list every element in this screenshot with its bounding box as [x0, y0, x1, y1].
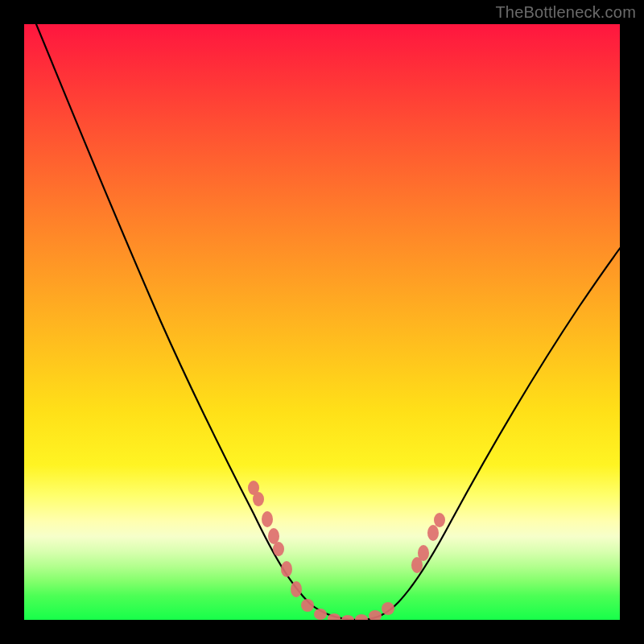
svg-point-15 [418, 545, 429, 561]
svg-point-5 [281, 561, 292, 577]
svg-point-11 [355, 614, 368, 620]
svg-point-4 [273, 542, 284, 556]
svg-point-13 [382, 602, 394, 615]
svg-point-17 [434, 513, 445, 527]
svg-point-3 [268, 528, 279, 544]
chart-frame: TheBottleneck.com [0, 0, 644, 644]
plot-area [24, 24, 620, 620]
curve-layer [24, 24, 620, 620]
svg-point-1 [253, 492, 264, 506]
watermark-text: TheBottleneck.com [495, 3, 636, 22]
svg-point-16 [427, 525, 439, 541]
bottleneck-curve [32, 24, 620, 620]
svg-point-7 [301, 599, 314, 612]
svg-point-2 [262, 511, 273, 527]
svg-point-8 [314, 609, 327, 620]
svg-point-12 [369, 610, 382, 620]
svg-point-10 [341, 615, 354, 620]
svg-point-6 [291, 581, 302, 597]
highlight-dots [248, 481, 445, 620]
